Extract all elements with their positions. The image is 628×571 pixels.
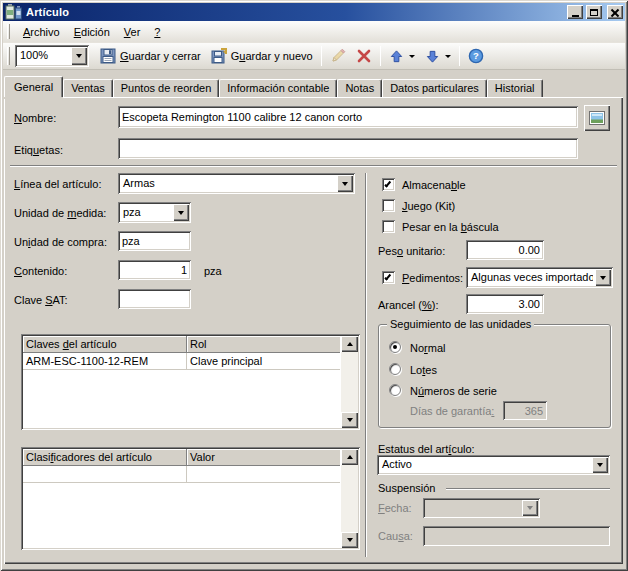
menu-help[interactable]: ? bbox=[148, 24, 166, 40]
lotes-radio[interactable] bbox=[389, 363, 401, 375]
horizontal-divider bbox=[10, 165, 617, 167]
edit-button[interactable] bbox=[325, 46, 351, 66]
unidad-medida-dropdown-button[interactable] bbox=[173, 204, 189, 221]
scroll-up-button[interactable] bbox=[341, 449, 358, 465]
juego-checkbox[interactable] bbox=[382, 199, 395, 212]
svg-text:?: ? bbox=[473, 50, 479, 61]
estatus-combobox[interactable]: Activo bbox=[377, 455, 610, 475]
pedimentos-checkbox[interactable] bbox=[382, 271, 395, 284]
save-icon bbox=[100, 48, 116, 64]
normal-label[interactable]: Normal bbox=[410, 342, 445, 354]
scroll-down-button[interactable] bbox=[341, 412, 358, 428]
normal-radio[interactable] bbox=[389, 341, 401, 353]
next-record-button[interactable] bbox=[420, 46, 456, 66]
etiquetas-input[interactable] bbox=[118, 138, 578, 159]
almacenable-checkbox[interactable] bbox=[382, 178, 395, 191]
chevron-down-icon[interactable] bbox=[409, 55, 415, 58]
lotes-label[interactable]: Lotes bbox=[410, 364, 437, 376]
contenido-input[interactable] bbox=[118, 260, 191, 280]
help-button[interactable]: ? bbox=[463, 46, 489, 66]
rol-column-header[interactable]: Rol bbox=[187, 336, 340, 352]
seguimiento-groupbox: Seguimiento de las unidades Normal Lotes… bbox=[378, 324, 611, 428]
claves-grid-header: Claves del artículo Rol bbox=[23, 336, 340, 353]
delete-button[interactable] bbox=[351, 46, 377, 66]
tab-notas[interactable]: Notas bbox=[337, 79, 382, 97]
toolbar-grip[interactable] bbox=[7, 47, 10, 65]
save-new-button[interactable]: Guardar y nuevo bbox=[206, 46, 318, 66]
nombre-input[interactable] bbox=[118, 106, 578, 128]
chevron-down-icon[interactable] bbox=[445, 55, 451, 58]
estatus-dropdown-button[interactable] bbox=[592, 457, 608, 473]
tab-informacion-contable[interactable]: Información contable bbox=[219, 79, 337, 97]
linea-combobox[interactable]: Armas bbox=[118, 173, 355, 194]
arancel-input[interactable] bbox=[466, 294, 544, 314]
vertical-divider bbox=[365, 173, 367, 557]
edit-pencil-icon bbox=[330, 48, 346, 64]
peso-unitario-input[interactable] bbox=[466, 240, 544, 260]
unidad-medida-combobox[interactable]: pza bbox=[118, 202, 191, 223]
navigate-up-icon bbox=[389, 48, 405, 64]
suspension-divider bbox=[446, 488, 610, 490]
linea-dropdown-button[interactable] bbox=[337, 175, 353, 192]
save-close-button[interactable]: Guardar y cerrar bbox=[95, 46, 206, 66]
minimize-icon bbox=[572, 15, 579, 17]
scroll-track[interactable] bbox=[341, 352, 358, 412]
triangle-down-icon bbox=[347, 538, 353, 542]
pedimentos-label[interactable]: Pedimentos: bbox=[402, 272, 463, 284]
scroll-track[interactable] bbox=[341, 465, 358, 532]
save-new-label: Guardar y nuevo bbox=[231, 50, 313, 62]
clasificador-cell bbox=[23, 466, 187, 483]
triangle-up-icon bbox=[347, 455, 353, 459]
juego-label[interactable]: Juego (Kit) bbox=[402, 200, 455, 212]
almacenable-label[interactable]: Almacenable bbox=[402, 179, 466, 191]
close-button[interactable] bbox=[607, 5, 623, 19]
scroll-down-button[interactable] bbox=[341, 532, 358, 548]
chevron-down-icon bbox=[597, 463, 603, 467]
claves-column-header[interactable]: Claves del artículo bbox=[23, 336, 187, 352]
clave-sat-input[interactable] bbox=[118, 289, 191, 309]
pedimentos-dropdown-button[interactable] bbox=[595, 269, 611, 286]
claves-scrollbar[interactable] bbox=[341, 336, 358, 428]
clasificadores-scrollbar[interactable] bbox=[341, 449, 358, 548]
chevron-down-icon bbox=[76, 54, 82, 58]
table-row[interactable] bbox=[23, 466, 340, 483]
tab-datos-particulares[interactable]: Datos particulares bbox=[382, 79, 487, 97]
menu-archivo[interactable]: Archivo bbox=[17, 24, 66, 40]
table-row[interactable]: ARM-ESC-1100-12-REM Clave principal bbox=[23, 353, 340, 370]
zoom-combobox[interactable]: 100% bbox=[15, 45, 89, 67]
titlebar[interactable]: Artículo bbox=[3, 3, 625, 21]
clasificadores-grid-header: Clasificadores del artículo Valor bbox=[23, 449, 340, 466]
maximize-button[interactable] bbox=[586, 5, 602, 19]
numeros-serie-radio[interactable] bbox=[389, 384, 401, 396]
menu-edicion[interactable]: Edición bbox=[68, 24, 116, 40]
previous-record-button[interactable] bbox=[384, 46, 420, 66]
tabstrip: General Ventas Puntos de reorden Informa… bbox=[4, 76, 543, 97]
numeros-serie-label[interactable]: Números de serie bbox=[410, 385, 497, 397]
tab-historial[interactable]: Historial bbox=[487, 79, 543, 97]
estatus-label: Estatus del artículo: bbox=[378, 443, 475, 455]
pesar-bascula-checkbox[interactable] bbox=[382, 220, 395, 233]
zoom-dropdown-button[interactable] bbox=[71, 47, 87, 65]
toolbar-separator bbox=[459, 46, 460, 66]
menu-ver[interactable]: Ver bbox=[118, 24, 147, 40]
scroll-up-button[interactable] bbox=[341, 336, 358, 352]
toolbar-separator bbox=[321, 46, 322, 66]
tab-page-general: Nombre: Etiquetas: Línea del artículo: A… bbox=[4, 97, 623, 564]
tab-puntos-de-reorden[interactable]: Puntos de reorden bbox=[113, 79, 220, 97]
tab-ventas[interactable]: Ventas bbox=[63, 79, 113, 97]
pedimentos-combobox[interactable]: Algunas veces importado bbox=[466, 267, 613, 288]
pesar-bascula-label[interactable]: Pesar en la báscula bbox=[402, 221, 499, 233]
close-icon bbox=[611, 9, 619, 16]
tab-general[interactable]: General bbox=[4, 76, 63, 97]
check-icon bbox=[384, 180, 391, 187]
valor-column-header[interactable]: Valor bbox=[187, 449, 340, 465]
picture-icon bbox=[589, 111, 605, 125]
minimize-button[interactable] bbox=[567, 5, 583, 19]
clasificadores-grid-body: Clasificadores del artículo Valor bbox=[23, 449, 340, 548]
dias-garantia-input bbox=[503, 401, 547, 420]
menubar-grip[interactable] bbox=[7, 24, 10, 39]
clasificadores-column-header[interactable]: Clasificadores del artículo bbox=[23, 449, 187, 465]
unidad-compra-input[interactable] bbox=[118, 231, 191, 251]
chevron-down-icon bbox=[527, 506, 533, 510]
image-button[interactable] bbox=[584, 105, 610, 131]
